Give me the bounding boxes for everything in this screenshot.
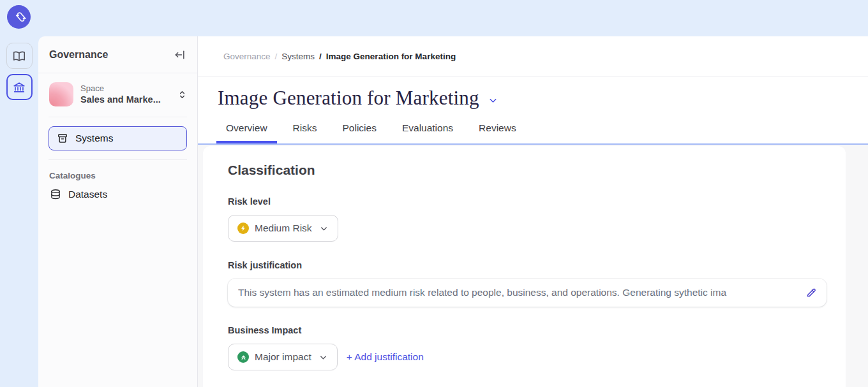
edit-pencil-icon[interactable] [805,287,817,298]
risk-level-dropdown[interactable]: Medium Risk [228,215,338,242]
sidebar-item-systems[interactable]: Systems [49,126,187,150]
risk-level-value: Medium Risk [255,223,312,234]
tab-bar: Overview Risks Policies Evaluations Revi… [211,115,868,143]
page-header: Image Generation for Marketing Overview … [198,77,868,143]
title-dropdown-chevron-icon[interactable] [488,95,498,106]
chevron-down-icon [318,353,328,362]
tab-risks[interactable]: Risks [283,115,327,143]
bank-icon [12,80,26,94]
business-impact-label: Business Impact [228,325,821,335]
risk-justification-value: This system has an estimated medium risk… [238,287,799,298]
space-name: Sales and Marke... [80,94,170,106]
tab-evaluations[interactable]: Evaluations [393,115,463,143]
risk-level-label: Risk level [228,196,821,207]
section-title: Classification [228,163,821,178]
breadcrumb-item-governance[interactable]: Governance [223,52,271,61]
space-text: Space Sales and Marke... [80,83,170,106]
sidebar-collapse-button[interactable] [174,48,186,61]
sidebar-item-datasets[interactable]: Datasets [49,188,186,201]
space-selector[interactable]: Space Sales and Marke... [38,73,197,117]
governance-rail-button[interactable] [6,74,33,100]
archive-box-icon [56,132,69,145]
breadcrumb-separator: / [275,52,278,61]
tab-policies[interactable]: Policies [333,115,386,143]
risk-justification-label: Risk justification [228,260,821,270]
database-icon [49,188,62,201]
space-avatar [49,82,73,106]
classification-card: Classification Risk level Medium Risk Ri… [203,146,846,387]
logo-squiggle-icon [11,10,26,24]
unfold-chevrons-icon [177,89,188,100]
page-title: Image Generation for Marketing [218,87,479,110]
breadcrumb: Governance / Systems / Image Generation … [198,36,868,77]
add-justification-link[interactable]: + Add justification [347,351,424,363]
breadcrumb-item-systems[interactable]: Systems [281,52,315,61]
divider [49,117,187,117]
divider [49,159,187,160]
tab-reviews[interactable]: Reviews [469,115,526,143]
breadcrumb-item-current: Image Generation for Marketing [326,52,456,61]
major-impact-chevrons-icon [237,351,249,363]
docs-rail-button[interactable] [6,43,33,69]
risk-justification-field[interactable]: This system has an estimated medium risk… [228,279,827,307]
catalogues-section-label: Catalogues [49,171,186,180]
sidebar-title: Governance [49,49,108,61]
icon-rail [0,36,38,387]
sidebar: Governance Space Sales and Marke... [38,36,198,387]
app-logo[interactable] [7,5,31,29]
tab-overview[interactable]: Overview [216,115,277,143]
business-impact-value: Major impact [255,351,311,363]
medium-risk-bolt-icon [237,223,249,234]
content-area: Classification Risk level Medium Risk Ri… [198,145,868,387]
business-impact-row: Major impact + Add justification [228,344,821,370]
business-impact-dropdown[interactable]: Major impact [228,344,338,370]
collapse-panel-icon [174,48,186,61]
sidebar-header: Governance [38,36,197,73]
chevron-down-icon [319,224,329,233]
top-bar [0,0,868,36]
sidebar-item-label: Systems [75,133,113,144]
space-kicker: Space [80,83,170,94]
book-open-icon [12,49,26,63]
breadcrumb-separator: / [319,52,322,61]
main-area: Governance / Systems / Image Generation … [198,36,868,387]
catalogue-item-label: Datasets [68,189,107,200]
